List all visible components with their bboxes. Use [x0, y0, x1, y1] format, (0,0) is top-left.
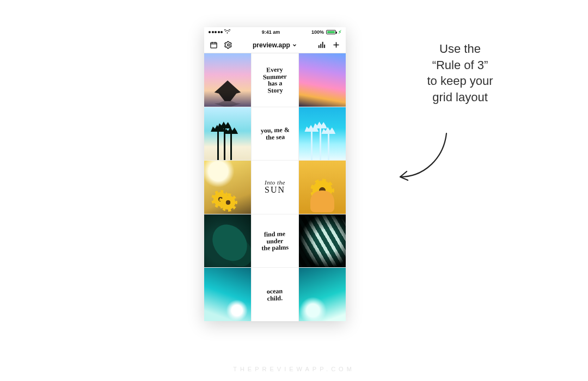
yoga-silhouette	[213, 81, 242, 102]
svg-rect-4	[322, 42, 323, 48]
grid-tile-quote[interactable]: Every Summer has a Story	[252, 53, 298, 107]
grid-tile[interactable]	[299, 107, 346, 161]
quote-text: ocean child.	[264, 287, 286, 302]
analytics-icon[interactable]	[317, 41, 326, 49]
charging-icon: ⚡︎	[338, 29, 341, 35]
grid-tile[interactable]	[204, 107, 251, 161]
feed-grid: Every Summer has a Story you, me & the s…	[204, 53, 346, 321]
watermark: THEPREVIEWAPP.COM	[0, 366, 588, 372]
grid-tile[interactable]	[299, 53, 346, 107]
svg-rect-3	[320, 44, 321, 48]
grid-tile-quote[interactable]: ocean child.	[252, 268, 298, 321]
status-right: 100% ⚡︎	[311, 29, 341, 35]
quote-text: find me under the palms	[258, 230, 292, 252]
grid-tile-quote[interactable]: find me under the palms	[252, 214, 298, 268]
status-bar: 9:41 am 100% ⚡︎	[204, 27, 346, 37]
svg-rect-2	[318, 45, 320, 48]
app-toolbar: preview.app	[204, 37, 346, 53]
account-name: preview.app	[253, 41, 290, 49]
battery-icon	[326, 30, 336, 34]
grid-tile[interactable]	[299, 161, 346, 214]
grid-tile-quote[interactable]: you, me & the sea	[252, 107, 298, 161]
svg-rect-0	[211, 42, 217, 48]
status-left	[209, 29, 230, 35]
signal-icon	[209, 31, 223, 33]
chevron-down-icon	[292, 42, 297, 48]
grid-tile[interactable]	[299, 214, 346, 268]
grid-tile[interactable]	[204, 268, 251, 321]
stage: 9:41 am 100% ⚡︎ preview.app	[0, 0, 588, 381]
grid-tile[interactable]	[204, 161, 251, 214]
quote-text: you, me & the sea	[257, 126, 293, 141]
settings-icon[interactable]	[224, 41, 232, 49]
svg-rect-5	[324, 45, 325, 48]
svg-point-1	[228, 44, 230, 46]
arrow-icon	[392, 128, 457, 193]
quote-text: Every Summer has a Story	[259, 66, 291, 94]
calendar-icon[interactable]	[210, 41, 218, 49]
status-time: 9:41 am	[262, 29, 280, 35]
grid-tile[interactable]	[299, 268, 346, 321]
add-icon[interactable]	[332, 41, 340, 49]
phone-mockup: 9:41 am 100% ⚡︎ preview.app	[204, 27, 346, 321]
grid-tile[interactable]	[204, 53, 251, 107]
grid-tile-quote[interactable]: Into theSUN	[252, 161, 298, 214]
account-selector[interactable]: preview.app	[253, 41, 297, 49]
annotation-text: Use the “Rule of 3” to keep your grid la…	[397, 41, 523, 106]
grid-tile[interactable]	[204, 214, 251, 268]
battery-percent: 100%	[311, 29, 324, 35]
quote-text: Into theSUN	[261, 180, 289, 195]
wifi-icon	[224, 29, 230, 35]
